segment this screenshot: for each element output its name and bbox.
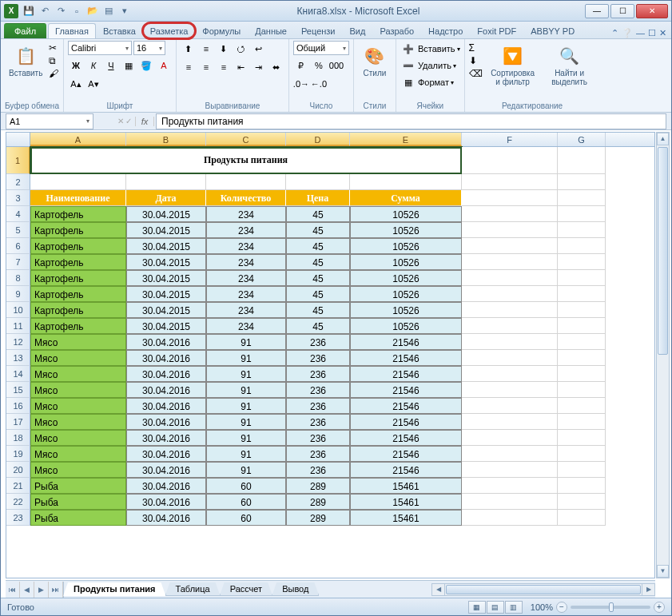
italic-icon[interactable]: К: [85, 58, 101, 74]
cell-A5[interactable]: Картофель: [30, 222, 126, 238]
cell-E6[interactable]: 10526: [350, 238, 462, 254]
inc-decimal-icon[interactable]: .0→: [293, 76, 309, 92]
cell-C8[interactable]: 234: [206, 270, 286, 286]
column-header-G[interactable]: G: [558, 133, 606, 146]
cell-B19[interactable]: 30.04.2016: [126, 446, 206, 462]
cell-E13[interactable]: 21546: [350, 350, 462, 366]
cell-C2[interactable]: [206, 174, 286, 190]
row-header-22[interactable]: 22: [6, 494, 30, 510]
cell-C22[interactable]: 60: [206, 494, 286, 510]
maximize-button[interactable]: ☐: [610, 4, 634, 18]
cell-B15[interactable]: 30.04.2016: [126, 382, 206, 398]
open-icon[interactable]: 📂: [85, 4, 100, 18]
sheet-tab[interactable]: Вывод: [272, 582, 319, 596]
tab-file[interactable]: Файл: [4, 23, 46, 38]
view-layout-icon[interactable]: ▤: [487, 601, 504, 614]
column-header-A[interactable]: A: [30, 133, 126, 146]
find-select-button[interactable]: 🔍 Найти и выделить: [543, 41, 596, 89]
cell-D22[interactable]: 289: [286, 494, 350, 510]
row-header-14[interactable]: 14: [6, 366, 30, 382]
cell-B13[interactable]: 30.04.2016: [126, 350, 206, 366]
cell-E15[interactable]: 21546: [350, 382, 462, 398]
cell-A2[interactable]: [30, 174, 126, 190]
row-header-11[interactable]: 11: [6, 318, 30, 334]
cell-F6[interactable]: [462, 238, 558, 254]
column-header-F[interactable]: F: [462, 133, 558, 146]
cell-D5[interactable]: 45: [286, 222, 350, 238]
cut-icon[interactable]: ✂: [49, 42, 58, 54]
cell-D20[interactable]: 236: [286, 462, 350, 478]
cell-A22[interactable]: Рыба: [30, 494, 126, 510]
mdi-min-icon[interactable]: —: [636, 28, 645, 38]
cell-G4[interactable]: [558, 206, 606, 222]
wrap-text-icon[interactable]: ↩: [251, 41, 267, 57]
row-header-21[interactable]: 21: [6, 478, 30, 494]
vertical-scrollbar[interactable]: ▲ ▼: [656, 132, 670, 578]
cell-A14[interactable]: Мясо: [30, 366, 126, 382]
close-button[interactable]: ✕: [636, 4, 668, 18]
scroll-up-icon[interactable]: ▲: [657, 133, 669, 145]
cell-F3[interactable]: [462, 190, 558, 206]
cell-B23[interactable]: 30.04.2016: [126, 510, 206, 526]
align-left-icon[interactable]: ≡: [181, 59, 197, 75]
row-header-19[interactable]: 19: [6, 446, 30, 462]
cell-E9[interactable]: 10526: [350, 286, 462, 302]
cell-B16[interactable]: 30.04.2016: [126, 398, 206, 414]
view-normal-icon[interactable]: ▦: [468, 601, 486, 614]
cell-F23[interactable]: [462, 510, 558, 526]
column-header-E[interactable]: E: [350, 133, 462, 146]
tab-надстро[interactable]: Надстро: [421, 23, 470, 38]
cell-C11[interactable]: 234: [206, 318, 286, 334]
help-icon[interactable]: ❔: [622, 28, 633, 38]
cell-E16[interactable]: 21546: [350, 398, 462, 414]
cell-E19[interactable]: 21546: [350, 446, 462, 462]
cell-A9[interactable]: Картофель: [30, 286, 126, 302]
row-header-17[interactable]: 17: [6, 414, 30, 430]
new-icon[interactable]: ▫: [70, 4, 84, 18]
cell-G17[interactable]: [558, 414, 606, 430]
cell-G1[interactable]: [558, 147, 606, 174]
cell-C12[interactable]: 91: [206, 334, 286, 350]
cell-A16[interactable]: Мясо: [30, 398, 126, 414]
cell-D18[interactable]: 236: [286, 430, 350, 446]
orientation-icon[interactable]: ⭯: [233, 41, 249, 57]
cell-G8[interactable]: [558, 270, 606, 286]
number-format-combo[interactable]: Общий▾: [293, 41, 349, 55]
row-header-4[interactable]: 4: [6, 206, 30, 222]
hscroll-thumb[interactable]: [446, 585, 641, 594]
sheet-tab[interactable]: Рассчет: [220, 582, 273, 596]
undo-icon[interactable]: ↶: [38, 4, 52, 18]
row-header-18[interactable]: 18: [6, 430, 30, 446]
delete-cells-icon[interactable]: ➖: [400, 58, 416, 74]
cell-G16[interactable]: [558, 398, 606, 414]
tab-foxit pdf[interactable]: Foxit PDF: [470, 23, 523, 38]
formula-input[interactable]: Продукты питания: [156, 113, 666, 129]
header-2[interactable]: Количество: [206, 190, 286, 206]
shrink-font-icon[interactable]: A▾: [85, 76, 101, 92]
align-bottom-icon[interactable]: ⬇: [216, 41, 232, 57]
cell-D21[interactable]: 289: [286, 478, 350, 494]
row-header-7[interactable]: 7: [6, 254, 30, 270]
zoom-in-button[interactable]: +: [654, 602, 665, 613]
bold-icon[interactable]: Ж: [68, 58, 84, 74]
select-all-corner[interactable]: [6, 133, 30, 146]
grow-font-icon[interactable]: A▴: [68, 76, 84, 92]
sheet-tab[interactable]: Таблица: [165, 582, 221, 596]
format-painter-icon[interactable]: 🖌: [49, 68, 58, 79]
minimize-button[interactable]: —: [585, 4, 609, 18]
zoom-slider[interactable]: [571, 606, 650, 609]
border-icon[interactable]: ▦: [121, 58, 137, 74]
cell-G11[interactable]: [558, 318, 606, 334]
row-header-10[interactable]: 10: [6, 302, 30, 318]
cell-F8[interactable]: [462, 270, 558, 286]
row-header-16[interactable]: 16: [6, 398, 30, 414]
print-preview-icon[interactable]: ▤: [101, 4, 116, 18]
mdi-close-icon[interactable]: ✕: [659, 28, 666, 38]
fill-color-icon[interactable]: 🪣: [138, 58, 154, 74]
cell-C19[interactable]: 91: [206, 446, 286, 462]
cell-G20[interactable]: [558, 462, 606, 478]
hscroll-right-icon[interactable]: ▶: [642, 584, 654, 595]
cell-E14[interactable]: 21546: [350, 366, 462, 382]
align-right-icon[interactable]: ≡: [216, 59, 232, 75]
cell-G2[interactable]: [558, 174, 606, 190]
